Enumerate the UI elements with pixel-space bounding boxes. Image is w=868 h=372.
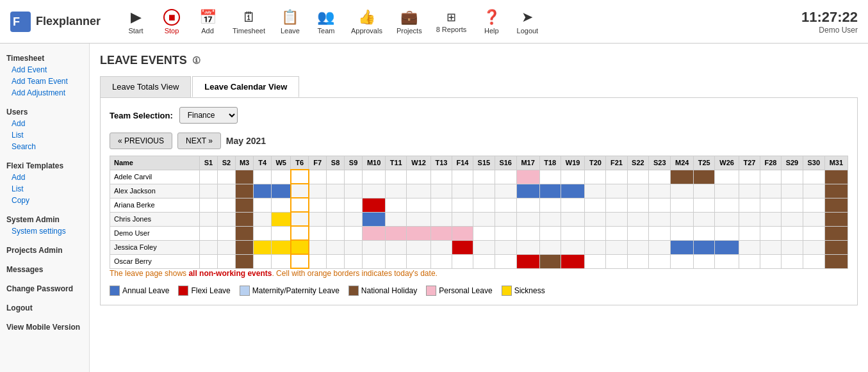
calendar-cell (627, 170, 649, 184)
calendar-cell (539, 198, 561, 212)
legend: Annual LeaveFlexi LeaveMaternity/Paterni… (110, 286, 848, 296)
legend-item-maternity: Maternity/Paternity Leave (240, 286, 340, 296)
calendar-cell (760, 240, 782, 254)
tab-bar: Leave Totals View Leave Calendar View (100, 76, 858, 97)
calendar-cell (516, 184, 539, 198)
sidebar-link-flexi-add[interactable]: Add (0, 172, 89, 183)
nav-add[interactable]: 📅 Add (192, 6, 224, 37)
calendar-cell (715, 212, 739, 226)
sidebar-section-logout[interactable]: Logout (0, 300, 89, 314)
calendar-cell (561, 170, 585, 184)
calendar-cell (606, 240, 627, 254)
calendar-cell (272, 226, 291, 240)
legend-item-personal: Personal Leave (426, 286, 492, 296)
calendar-cell (760, 226, 782, 240)
calendar-cell (585, 184, 606, 198)
calendar-cell (760, 184, 782, 198)
team-select[interactable]: Finance All Teams (179, 107, 238, 124)
previous-button[interactable]: « PREVIOUS (110, 133, 172, 149)
sidebar-link-flexi-list[interactable]: List (0, 183, 89, 195)
calendar-cell (407, 212, 431, 226)
calendar-cell (782, 226, 803, 240)
nav-timesheet[interactable]: 🗓 Timesheet (227, 6, 270, 37)
calendar-cell (254, 226, 272, 240)
calendar-cell (327, 226, 345, 240)
sidebar-section-mobile[interactable]: View Mobile Version (0, 319, 89, 333)
calendar-cell (309, 184, 327, 198)
nav-stop-label: Stop (165, 27, 179, 35)
nav-projects[interactable]: 💼 Projects (391, 6, 427, 37)
page-help-icon[interactable]: 🛈 (192, 56, 201, 65)
calendar-cell (363, 254, 386, 268)
calendar-cell (272, 184, 291, 198)
calendar-cell (803, 254, 824, 268)
nav-start[interactable]: ▶ Start (120, 6, 152, 37)
sidebar-link-add-event[interactable]: Add Event (0, 64, 89, 76)
calendar-cell (473, 240, 495, 254)
calendar-cell (824, 254, 848, 268)
calendar-cell (803, 184, 824, 198)
calendar-cell (715, 254, 739, 268)
nav-reports[interactable]: ⊞ 8 Reports (431, 8, 472, 36)
calendar-cell (254, 240, 272, 254)
nav-logout[interactable]: ➤ Logout (511, 6, 543, 37)
calendar-cell (671, 240, 694, 254)
table-row: Adele Carvil (110, 170, 848, 184)
sidebar-link-users-add[interactable]: Add (0, 118, 89, 129)
col-header-w12: W12 (407, 156, 431, 170)
calendar-cell (760, 198, 782, 212)
nav-stop[interactable]: ⏹ Stop (156, 6, 188, 37)
calendar-cell (473, 198, 495, 212)
tab-leave-calendar[interactable]: Leave Calendar View (192, 76, 299, 97)
calendar-cell (272, 198, 291, 212)
calendar-cell (430, 240, 452, 254)
sidebar-link-users-search[interactable]: Search (0, 141, 89, 152)
calendar-cell (539, 226, 561, 240)
col-header-t27: T27 (739, 156, 760, 170)
logo-icon: F (10, 12, 31, 32)
nav-approvals-label: Approvals (351, 27, 382, 35)
calendar-cell (739, 184, 760, 198)
sidebar-link-flexi-copy[interactable]: Copy (0, 195, 89, 206)
tab-leave-totals[interactable]: Leave Totals View (100, 76, 191, 97)
row-name-cell: Oscar Berry (110, 254, 200, 268)
calendar-cell (199, 254, 217, 268)
calendar-cell (254, 212, 272, 226)
calendar-cell (430, 226, 452, 240)
calendar-cell (235, 170, 253, 184)
sidebar-link-add-adjustment[interactable]: Add Adjustment (0, 87, 89, 99)
calendar-cell (606, 212, 627, 226)
calendar-cell (430, 184, 452, 198)
calendar-cell (217, 254, 235, 268)
current-period: May 2021 (226, 136, 266, 146)
sidebar-link-add-team-event[interactable]: Add Team Event (0, 76, 89, 87)
legend-item-sickness: Sickness (502, 286, 545, 296)
sidebar-section-messages[interactable]: Messages (0, 261, 89, 275)
calendar-cell (694, 240, 715, 254)
calendar-cell (235, 184, 253, 198)
calendar-cell (516, 212, 539, 226)
next-button[interactable]: NEXT » (177, 133, 221, 149)
team-selection-row: Team Selection: Finance All Teams (110, 107, 848, 124)
sidebar-section-change-password[interactable]: Change Password (0, 280, 89, 295)
nav-leave[interactable]: 📋 Leave (274, 6, 306, 37)
nav-start-label: Start (128, 27, 143, 35)
calendar-wrapper: NameS1S2M3T4W5T6F7S8S9M10T11W12T13F14S15… (110, 156, 848, 269)
calendar-cell (363, 212, 386, 226)
col-header-w19: W19 (561, 156, 585, 170)
sidebar-section-projects-admin[interactable]: Projects Admin (0, 242, 89, 256)
team-icon: 👥 (317, 9, 334, 26)
sidebar-link-users-list[interactable]: List (0, 129, 89, 141)
calendar-cell (671, 184, 694, 198)
calendar-cell (407, 170, 431, 184)
col-header-w26: W26 (715, 156, 739, 170)
nav-timesheet-label: Timesheet (233, 27, 265, 35)
calendar-cell (739, 170, 760, 184)
sidebar-link-system-settings[interactable]: System settings (0, 225, 89, 237)
nav-help[interactable]: ❓ Help (475, 6, 507, 37)
calendar-cell (407, 198, 431, 212)
legend-item-flexi: Flexi Leave (178, 286, 230, 296)
nav-team[interactable]: 👥 Team (310, 6, 342, 37)
nav-approvals[interactable]: 👍 Approvals (346, 6, 388, 37)
calendar-cell (782, 198, 803, 212)
